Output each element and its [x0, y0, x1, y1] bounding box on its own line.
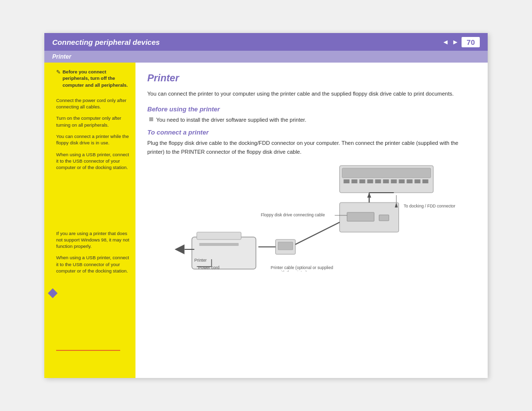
svg-line-32: [296, 222, 340, 244]
svg-text:Power cord: Power cord: [199, 265, 220, 270]
note-icon: ✎: [56, 69, 61, 75]
nav-prev-icon[interactable]: ◄: [442, 38, 449, 46]
page-number: 70: [462, 37, 480, 47]
note-text-1: Before you connect peripherals, turn off…: [63, 68, 131, 88]
svg-text:To docking / FDD connector: To docking / FDD connector: [404, 204, 456, 208]
svg-rect-4: [360, 179, 366, 183]
header-nav: ◄ ► 70: [442, 37, 480, 47]
note-text-2: Connect the power cord only after connec…: [56, 97, 131, 110]
diagram-svg: Floppy disk drive connecting cable To do…: [147, 163, 473, 272]
svg-rect-10: [407, 179, 413, 183]
svg-rect-25: [197, 232, 241, 240]
page: Connecting peripheral devices ◄ ► 70 Pri…: [44, 33, 488, 378]
diagram-area: Floppy disk drive connecting cable To do…: [147, 163, 473, 272]
sub-header: Printer: [44, 51, 488, 63]
svg-rect-15: [379, 215, 389, 221]
svg-rect-26: [200, 243, 239, 246]
svg-text:Floppy disk drive connecting c: Floppy disk drive connecting cable: [261, 212, 325, 217]
nav-next-icon[interactable]: ►: [452, 38, 459, 46]
svg-rect-6: [375, 179, 381, 183]
header-title: Connecting peripheral devices: [52, 38, 160, 46]
page-heading: Printer: [147, 72, 473, 84]
svg-rect-2: [344, 179, 350, 183]
svg-rect-3: [352, 179, 358, 183]
svg-rect-9: [399, 179, 405, 183]
svg-rect-11: [415, 179, 421, 183]
section1-heading: Before using the printer: [147, 105, 473, 113]
svg-text:with the printer): with the printer): [278, 270, 307, 272]
svg-rect-8: [391, 179, 397, 183]
svg-text:Printer cable (optional or sup: Printer cable (optional or supplied: [271, 265, 333, 270]
note-text-7: When using a USB printer, connect it to …: [56, 254, 131, 274]
note-text-5: When using a USB printer, connect it to …: [56, 151, 131, 171]
note-text-4: You can connect a printer while the flop…: [56, 133, 131, 146]
orange-line: [56, 350, 120, 351]
section2-heading: To connect a printer: [147, 129, 473, 136]
svg-rect-7: [383, 179, 389, 183]
svg-marker-36: [367, 193, 371, 198]
svg-rect-5: [367, 179, 373, 183]
bullet-item-1: You need to install the driver software …: [147, 116, 473, 124]
svg-rect-24: [192, 237, 256, 269]
bullet-square-icon: [149, 117, 153, 121]
yellow-sidebar: ✎ Before you connect peripherals, turn o…: [44, 63, 135, 378]
note-text-6: If you are using a printer that does not…: [56, 230, 131, 250]
body-text: Plug the floppy disk drive cable to the …: [147, 139, 473, 156]
content-area: ✎ Before you connect peripherals, turn o…: [44, 63, 488, 378]
svg-rect-1: [342, 168, 431, 178]
svg-marker-27: [175, 244, 185, 254]
intro-text: You can connect the printer to your comp…: [147, 90, 473, 99]
diamond-icon: [48, 288, 58, 298]
sub-header-label: Printer: [52, 53, 71, 60]
note-text-3: Turn on the computer only after turning …: [56, 115, 131, 128]
svg-rect-14: [347, 212, 374, 221]
main-content: Printer You can connect the printer to y…: [135, 63, 488, 378]
svg-text:Printer: Printer: [195, 258, 207, 263]
svg-rect-30: [278, 242, 293, 250]
bullet-text-1: You need to install the driver software …: [156, 116, 306, 124]
svg-rect-12: [423, 179, 429, 183]
header-bar: Connecting peripheral devices ◄ ► 70: [44, 33, 488, 51]
